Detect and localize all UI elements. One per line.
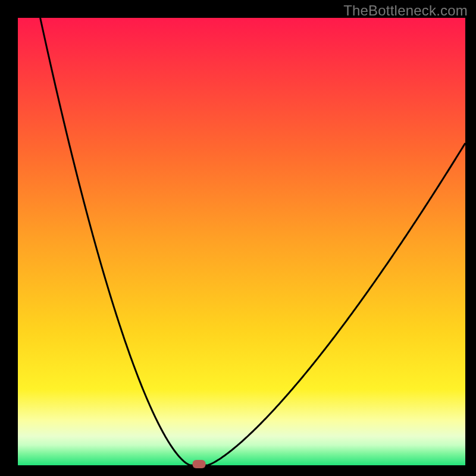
bottleneck-chart — [0, 0, 476, 476]
watermark-text: TheBottleneck.com — [343, 2, 468, 19]
plot-area — [18, 18, 465, 465]
optimum-marker — [193, 460, 206, 468]
chart-frame: TheBottleneck.com — [0, 0, 476, 476]
